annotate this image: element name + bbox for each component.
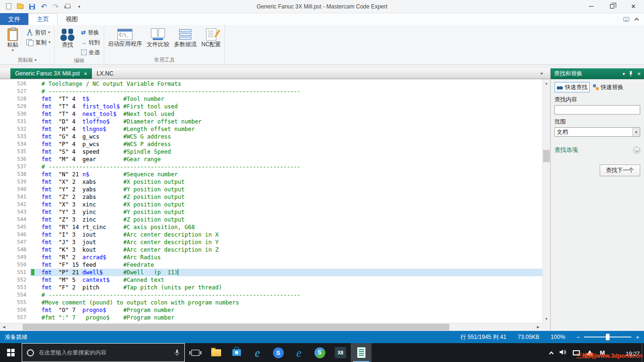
vertical-scroll-thumb[interactable] [543, 150, 550, 162]
redo-button[interactable]: ↷ [51, 2, 60, 11]
paste-button[interactable]: 粘贴 ▾ [2, 26, 24, 56]
tab-list-dropdown[interactable]: ▼ [540, 68, 550, 79]
file-compare-button[interactable]: 文件比较 [145, 26, 171, 56]
new-file-button[interactable] [4, 2, 13, 11]
code-line-543[interactable]: 543fmt "Y" 3 yinc #Y position output [0, 208, 542, 216]
start-button[interactable] [0, 343, 22, 362]
code-line-540[interactable]: 540fmt "Y" 2 yabs #Y position output [0, 186, 542, 193]
code-line-555[interactable]: 555#Move comment (pound) to output colon… [0, 299, 542, 306]
code-line-536[interactable]: 536fmt "M" 4 gear #Gear range [0, 156, 542, 163]
help-bubble-icon[interactable] [623, 17, 629, 22]
code-line-539[interactable]: 539fmt "X" 2 xabs #X position output [0, 178, 542, 186]
code-line-544[interactable]: 544fmt "Z" 3 zinc #Z position output [0, 216, 542, 223]
zoom-slider-track[interactable] [584, 337, 631, 337]
task-view-button[interactable] [185, 343, 206, 362]
tab-home[interactable]: 主页 [28, 13, 58, 25]
code-line-542[interactable]: 542fmt "X" 3 xinc #X position output [0, 201, 542, 208]
minimize-button[interactable] [580, 0, 602, 13]
taskbar-search-input[interactable] [39, 349, 170, 356]
panel-menu-chevron-icon[interactable]: ▾ [622, 72, 625, 76]
browser-s-button[interactable]: S [268, 343, 289, 362]
scope-select[interactable]: 文档 ▼ [554, 127, 640, 137]
quick-find-tab[interactable]: 快速查找 [554, 82, 590, 92]
volume-icon[interactable] [560, 348, 566, 357]
tab-file[interactable]: 文件 [0, 13, 28, 25]
code-line-531[interactable]: 531fmt "D" 4 tloffno$ #Diameter offset n… [0, 118, 542, 125]
quick-replace-tab[interactable]: 快速替换 [591, 82, 625, 92]
file-explorer-button[interactable] [206, 343, 226, 362]
store-button[interactable] [226, 343, 247, 362]
code-line-535[interactable]: 535fmt "S" 4 speed #Spindle Speed [0, 148, 542, 156]
launch-application-button[interactable]: 启动应用程序 [106, 26, 144, 56]
collapse-ribbon-icon[interactable] [635, 17, 639, 22]
cut-button[interactable]: 剪切 ▾ [25, 28, 52, 37]
undo-button[interactable]: ↶ [39, 2, 49, 11]
browser-globe-button[interactable]: S [309, 343, 330, 362]
zoom-in-icon[interactable]: + [636, 334, 639, 340]
edge-button[interactable]: e [289, 343, 309, 362]
panel-close-icon[interactable]: × [637, 71, 641, 77]
microphone-icon[interactable] [174, 349, 180, 356]
code-line-552[interactable]: 552fmt "M" 5 cantext$ #Canned text [0, 276, 542, 284]
code-line-537[interactable]: 537# -----------------------------------… [0, 163, 542, 171]
close-button[interactable]: × [623, 0, 644, 13]
code-line-527[interactable]: 527# -----------------------------------… [0, 88, 542, 95]
editor-vertical-scrollbar[interactable]: ▲ ▼ [542, 79, 550, 323]
horizontal-scroll-thumb[interactable] [23, 324, 449, 330]
scroll-right-arrow[interactable]: ▶ [534, 323, 542, 331]
scroll-down-arrow[interactable]: ▼ [543, 315, 550, 323]
code-line-530[interactable]: 530fmt "T" 4 next_tool$ #Next tool used [0, 110, 542, 118]
code-line-545[interactable]: 545fmt "R" 14 rt_cinc #C axis position, … [0, 223, 542, 231]
doc-tab-active[interactable]: Generic Fanuc 3X Mill.pst × [10, 68, 92, 79]
multi-stream-button[interactable]: 多数据流 [172, 26, 198, 56]
copy-button[interactable]: 复制 ▾ [25, 38, 52, 47]
expand-options-chevron-icon[interactable] [633, 147, 640, 154]
qat-customize-button[interactable]: ▾ [74, 2, 84, 11]
open-file-button[interactable] [16, 2, 25, 11]
taskbar-search-box[interactable] [22, 343, 185, 362]
code-line-528[interactable]: 528fmt "T" 4 t$ #Tool number [0, 95, 542, 103]
zoom-out-icon[interactable]: − [577, 334, 580, 340]
editor-horizontal-scrollbar[interactable]: ◀ ▶ [0, 323, 542, 331]
code-line-549[interactable]: 549fmt "R" 2 arcrad$ #Arc Radius [0, 254, 542, 261]
find-options-row[interactable]: 查找选项 [554, 146, 640, 154]
code-line-526[interactable]: 526# Toolchange / NC output Variable For… [0, 80, 542, 88]
select-all-button[interactable]: 全选 [79, 48, 102, 57]
code-line-554[interactable]: 554# -----------------------------------… [0, 291, 542, 299]
code-line-557[interactable]: 557#fmt ":" 7 progno$ #Program number [0, 314, 542, 321]
code-line-556[interactable]: 556fmt "O" 7 progno$ #Program number [0, 306, 542, 314]
code-line-538[interactable]: 538fmt "N" 21 n$ #Sequence number [0, 171, 542, 178]
code-expert-taskbar-button[interactable] [351, 343, 372, 362]
find-button[interactable]: 查找 [57, 26, 78, 57]
doc-tab-lxnc[interactable]: LX.NC [92, 68, 118, 79]
code-line-532[interactable]: 532fmt "H" 4 tlngno$ #Length offset numb… [0, 125, 542, 133]
goto-button[interactable]: → 转到 [79, 38, 102, 47]
code-line-547[interactable]: 547fmt "J" 3 jout #Arc center descriptio… [0, 239, 542, 246]
code-editor[interactable]: 526# Toolchange / NC output Variable For… [0, 79, 542, 323]
tab-view[interactable]: 视图 [58, 13, 86, 25]
internet-explorer-button[interactable]: e [247, 343, 268, 362]
zoom-slider-thumb[interactable] [606, 334, 610, 340]
scroll-left-arrow[interactable]: ◀ [0, 323, 8, 331]
tab-close-icon[interactable]: × [83, 71, 87, 77]
code-line-534[interactable]: 534fmt "P" 4 p_wcs #WCS P address [0, 140, 542, 148]
code-line-541[interactable]: 541fmt "Z" 2 zabs #Z position output [0, 193, 542, 201]
find-next-button[interactable]: 查找下一个 [600, 165, 640, 176]
save-button[interactable] [27, 2, 37, 11]
nc-config-button[interactable]: NC配置 [199, 26, 223, 56]
restore-button[interactable] [602, 0, 623, 13]
code-line-546[interactable]: 546fmt "I" 3 iout #Arc center descriptio… [0, 231, 542, 239]
code-line-533[interactable]: 533fmt "G" 4 g_wcs #WCS G address [0, 133, 542, 140]
replace-button[interactable]: ⇄ 替换 [79, 28, 102, 37]
hidden-icons-chevron[interactable] [549, 351, 554, 356]
code-line-550[interactable]: 550fmt "F" 15 feed #Feedrate [0, 261, 542, 269]
pin-icon[interactable] [628, 71, 633, 77]
code-line-529[interactable]: 529fmt "T" 4 first_tool$ #First tool use… [0, 103, 542, 110]
scroll-up-arrow[interactable]: ▲ [543, 79, 550, 87]
code-line-553[interactable]: 553fmt "F" 2 pitch #Tap pitch (units per… [0, 284, 542, 291]
mastercam-x8-button[interactable]: X8 [330, 343, 351, 362]
code-line-551[interactable]: 551fmt "P" 21 dwell$ #Dwell (p 11) [0, 269, 542, 276]
code-line-548[interactable]: 548fmt "K" 3 kout #Arc center descriptio… [0, 246, 542, 254]
print-button[interactable] [63, 2, 72, 11]
find-input[interactable] [554, 105, 640, 115]
